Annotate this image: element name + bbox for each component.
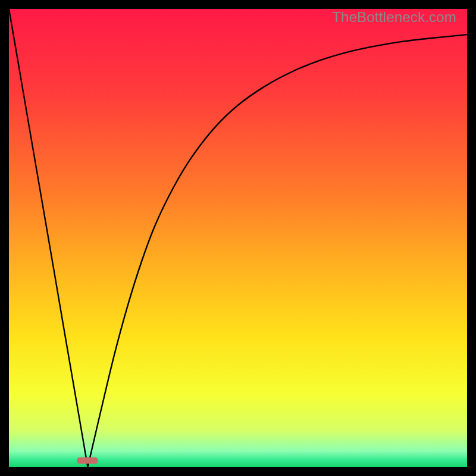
watermark-text: TheBottleneck.com (332, 9, 456, 26)
gradient-background (9, 9, 467, 467)
chart-frame: TheBottleneck.com (9, 9, 467, 467)
optimal-point-marker (77, 458, 98, 464)
bottleneck-chart (9, 9, 467, 467)
